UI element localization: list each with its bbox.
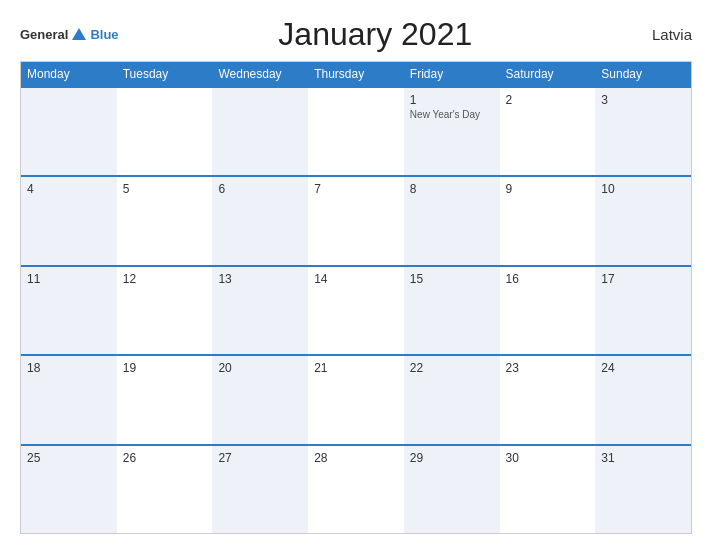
- day-cell-9: 9: [500, 177, 596, 264]
- header-tuesday: Tuesday: [117, 62, 213, 86]
- day-cell-21: 21: [308, 356, 404, 443]
- day-cell-24: 24: [595, 356, 691, 443]
- day-cell-13: 13: [212, 267, 308, 354]
- week-4: 18 19 20 21 22 23 24: [21, 354, 691, 443]
- calendar-grid: Monday Tuesday Wednesday Thursday Friday…: [20, 61, 692, 534]
- day-cell-29: 29: [404, 446, 500, 533]
- calendar-page: General Blue January 2021 Latvia Monday …: [0, 0, 712, 550]
- day-cell-3: 3: [595, 88, 691, 175]
- day-cell-15: 15: [404, 267, 500, 354]
- logo-triangle-icon: [72, 28, 86, 40]
- day-cell-12: 12: [117, 267, 213, 354]
- logo-general: General: [20, 27, 68, 42]
- day-cell-11: 11: [21, 267, 117, 354]
- day-cell-27: 27: [212, 446, 308, 533]
- day-cell-28: 28: [308, 446, 404, 533]
- day-cell: [21, 88, 117, 175]
- logo-blue: Blue: [90, 27, 118, 42]
- week-5: 25 26 27 28 29 30 31: [21, 444, 691, 533]
- day-cell-30: 30: [500, 446, 596, 533]
- day-cell: [212, 88, 308, 175]
- calendar-header-row: Monday Tuesday Wednesday Thursday Friday…: [21, 62, 691, 86]
- day-cell-10: 10: [595, 177, 691, 264]
- header-sunday: Sunday: [595, 62, 691, 86]
- header-monday: Monday: [21, 62, 117, 86]
- calendar-body: 1 New Year's Day 2 3 4 5 6 7 8 9 10 11 1…: [21, 86, 691, 533]
- day-cell-5: 5: [117, 177, 213, 264]
- day-cell-14: 14: [308, 267, 404, 354]
- header-thursday: Thursday: [308, 62, 404, 86]
- day-cell-19: 19: [117, 356, 213, 443]
- header-wednesday: Wednesday: [212, 62, 308, 86]
- page-title: January 2021: [119, 16, 632, 53]
- day-cell-20: 20: [212, 356, 308, 443]
- day-cell-22: 22: [404, 356, 500, 443]
- day-cell-16: 16: [500, 267, 596, 354]
- page-header: General Blue January 2021 Latvia: [20, 16, 692, 53]
- day-cell-6: 6: [212, 177, 308, 264]
- header-friday: Friday: [404, 62, 500, 86]
- logo: General Blue: [20, 26, 119, 44]
- country-label: Latvia: [632, 26, 692, 43]
- day-cell: [117, 88, 213, 175]
- week-1: 1 New Year's Day 2 3: [21, 86, 691, 175]
- week-2: 4 5 6 7 8 9 10: [21, 175, 691, 264]
- day-cell-25: 25: [21, 446, 117, 533]
- week-3: 11 12 13 14 15 16 17: [21, 265, 691, 354]
- day-cell-4: 4: [21, 177, 117, 264]
- day-cell-18: 18: [21, 356, 117, 443]
- day-cell-7: 7: [308, 177, 404, 264]
- day-cell-31: 31: [595, 446, 691, 533]
- day-cell-1: 1 New Year's Day: [404, 88, 500, 175]
- day-cell-23: 23: [500, 356, 596, 443]
- day-cell: [308, 88, 404, 175]
- day-cell-17: 17: [595, 267, 691, 354]
- day-cell-8: 8: [404, 177, 500, 264]
- day-cell-2: 2: [500, 88, 596, 175]
- header-saturday: Saturday: [500, 62, 596, 86]
- day-cell-26: 26: [117, 446, 213, 533]
